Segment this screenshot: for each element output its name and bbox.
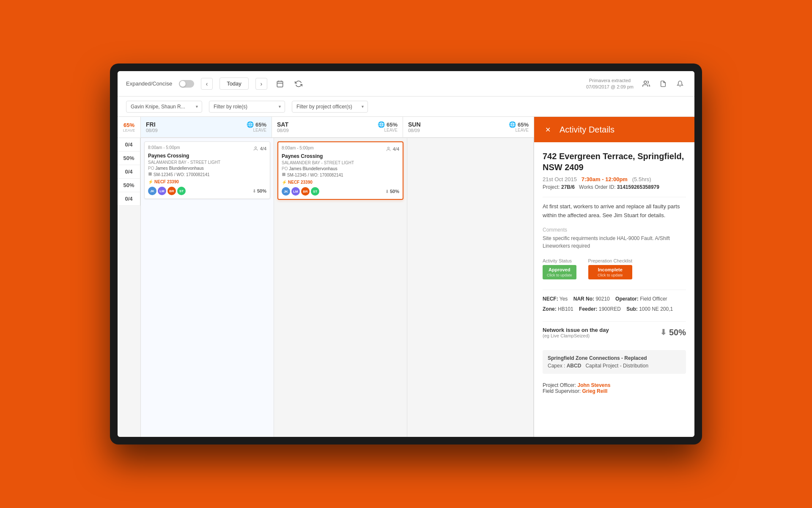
detail-address: 742 Evergreen Terrace, Springfield, NSW … [543, 151, 686, 173]
sat-card-title: Paynes Crossing [282, 153, 399, 159]
close-button[interactable]: ✕ [543, 124, 553, 135]
main-content: 65% LEAVE FRI 08/09 🌐 65% [118, 117, 694, 437]
fri-leave: LEAVE [247, 128, 266, 133]
fri-percent: ⬇ 50% [252, 188, 266, 193]
divider-1 [543, 197, 686, 197]
sat-card-time: 8:00am - 5:00pm [282, 146, 314, 150]
sun-name: SUN [408, 121, 421, 128]
detail-datetime: 21st Oct 2015 7:30am - 12:00pm (5.5hrs) [543, 176, 686, 182]
project-officer-row: Project Officer: John Stevens [543, 382, 686, 388]
svg-rect-8 [282, 173, 285, 176]
avatar-lm: LM [158, 187, 166, 195]
sat-avatar-br: BR [301, 187, 310, 196]
sat-card-workers: 4/4 [387, 146, 399, 152]
field-supervisor-name: Grieg Reill [582, 388, 607, 394]
sat-stat: 🌐 65% [378, 121, 398, 128]
fri-card-time: 8:00am - 5:00pm [148, 145, 180, 150]
network-issue-label: Network issue on the day [543, 327, 609, 333]
row-label-1: 0/4 [118, 138, 140, 152]
fri-activity-card[interactable]: 8:00am - 5:00pm 4/4 Paynes Crossing SALA… [144, 141, 270, 199]
left-percent-label: 65% [123, 122, 134, 128]
download-icon: ⬇ [660, 328, 667, 337]
sat-header: SAT 08/09 🌐 65% LEAVE [272, 117, 403, 138]
connections-title: Springfield Zone Connections - Replaced [548, 355, 681, 361]
users-icon[interactable] [640, 78, 652, 90]
right-icons [640, 78, 686, 90]
sat-activity-card[interactable]: 8:00am - 5:00pm 4/4 Paynes Crossing SALA… [277, 141, 403, 200]
fri-header: FRI 08/09 🌐 65% LEAVE [141, 117, 272, 138]
sun-stat: 🌐 65% [509, 121, 529, 128]
activity-status-button[interactable]: Approved Click to update [543, 265, 576, 279]
calendar-rows: 0/4 50% 0/4 50% 0/4 [118, 138, 534, 437]
sat-card-po: PO James Blundellervonhaus [282, 166, 399, 171]
activity-status-label: Activity Status [543, 258, 576, 263]
fri-card-po: PO James Blundellervonhaus [148, 166, 266, 171]
today-button[interactable]: Today [219, 77, 249, 90]
sat-card-footer: JK LM BR ST ⬇ 50% [282, 187, 399, 196]
checklist-button[interactable]: Incomplete Click to update [588, 265, 633, 279]
sat-avatars: JK LM BR ST [282, 187, 319, 196]
svg-point-7 [387, 147, 389, 149]
network-percent: ⬇ 50% [660, 328, 686, 337]
comments-text: Site specific requirments include HAL-90… [543, 235, 686, 250]
fri-card-footer: JK LM BR ST ⬇ 50% [148, 187, 266, 195]
next-arrow[interactable]: › [255, 78, 267, 90]
fri-card-ids: SM-12345 / WO: 1700082141 [148, 172, 266, 177]
sat-avatar-st: ST [311, 187, 319, 196]
row-label-3: 0/4 [118, 165, 140, 179]
sat-necf: ⚡ NECF 23390 [282, 180, 313, 185]
row-label-5: 0/4 [118, 192, 140, 206]
sat-avatar-lm: LM [291, 187, 300, 196]
expanded-concise-toggle[interactable] [179, 80, 194, 88]
leave-label-left: LEAVE [123, 128, 135, 133]
fri-stat: 🌐 65% [247, 121, 266, 128]
fri-date: 08/09 [146, 128, 158, 133]
fri-card-subtitle: SALAMANDER BAY - STREET LIGHT [148, 160, 266, 165]
fri-avatars: JK LM BR ST [148, 187, 186, 195]
checklist-label: Preperation Checklist [588, 258, 633, 263]
detail-time: 7:30am - 12:00pm [582, 176, 629, 182]
connections-detail: Capex : ABCD Capital Project - Distribut… [548, 363, 681, 369]
prev-arrow[interactable]: ‹ [201, 78, 213, 90]
panel-title: Activity Details [560, 125, 614, 135]
sat-column: 8:00am - 5:00pm 4/4 Paynes Crossing SALA… [274, 138, 407, 437]
screen: Expanded/Concise ‹ Today › Primavera ext… [118, 71, 694, 437]
panel-header: ✕ Activity Details [534, 117, 694, 142]
laptop-frame: Expanded/Concise ‹ Today › Primavera ext… [110, 64, 702, 444]
sat-card-subtitle: SALAMANDER BAY - STREET LIGHT [282, 160, 399, 165]
sun-leave: LEAVE [509, 128, 529, 133]
fri-necf: ⚡ NECF 23390 [148, 179, 179, 184]
activity-details-panel: ✕ Activity Details 742 Evergreen Terrace… [534, 117, 694, 437]
fri-column: 8:00am - 5:00pm 4/4 Paynes Crossing SALA… [141, 138, 274, 437]
workers-filter[interactable]: Gavin Knipe, Shaun R... [126, 101, 202, 113]
fri-card-workers: 4/4 [254, 146, 266, 151]
document-icon[interactable] [657, 78, 669, 90]
zone-row: Zone: HB101 Feeder: 1900RED Sub: 1000 NE… [543, 305, 686, 313]
sun-column [407, 138, 534, 437]
project-officer-name: John Stevens [577, 382, 610, 388]
sat-percent: ⬇ 50% [385, 189, 399, 194]
network-issue-text: Network issue on the day (eg Live ClampS… [543, 327, 609, 338]
sun-date: 08/09 [408, 128, 421, 133]
checklist-status-item: Preperation Checklist Incomplete Click t… [588, 258, 633, 279]
project-officers: Project Officer: John Stevens Field Supe… [543, 382, 686, 394]
status-row: Activity Status Approved Click to update… [543, 258, 686, 279]
bell-icon[interactable] [674, 78, 686, 90]
comments-section: Comments Site specific requirments inclu… [543, 227, 686, 250]
necf-row: NECF: Yes NAR No: 90210 Operator: Field … [543, 295, 686, 303]
detail-duration: (5.5hrs) [632, 176, 651, 182]
sat-card-ids: SM-12345 / WO: 1700082141 [282, 172, 399, 177]
calendar-icon[interactable] [274, 78, 286, 90]
field-supervisor-row: Field Supervisor: Grieg Reill [543, 388, 686, 394]
row-label-2: 50% [118, 152, 140, 165]
officers-filter[interactable]: Filter by project officer(s) [292, 101, 368, 113]
refresh-icon[interactable] [293, 78, 304, 90]
sat-card-bottom: ⚡ NECF 23390 [282, 180, 399, 185]
fri-card-bottom: ⚡ NECF 23390 [148, 179, 266, 184]
calendar-area: 65% LEAVE FRI 08/09 🌐 65% [118, 117, 534, 437]
toggle-label: Expanded/Concise [126, 80, 172, 87]
connections-card: Springfield Zone Connections - Replaced … [543, 350, 686, 374]
svg-rect-0 [277, 81, 283, 87]
sat-leave: LEAVE [378, 128, 398, 133]
roles-filter[interactable]: Filter by role(s) [209, 101, 285, 113]
